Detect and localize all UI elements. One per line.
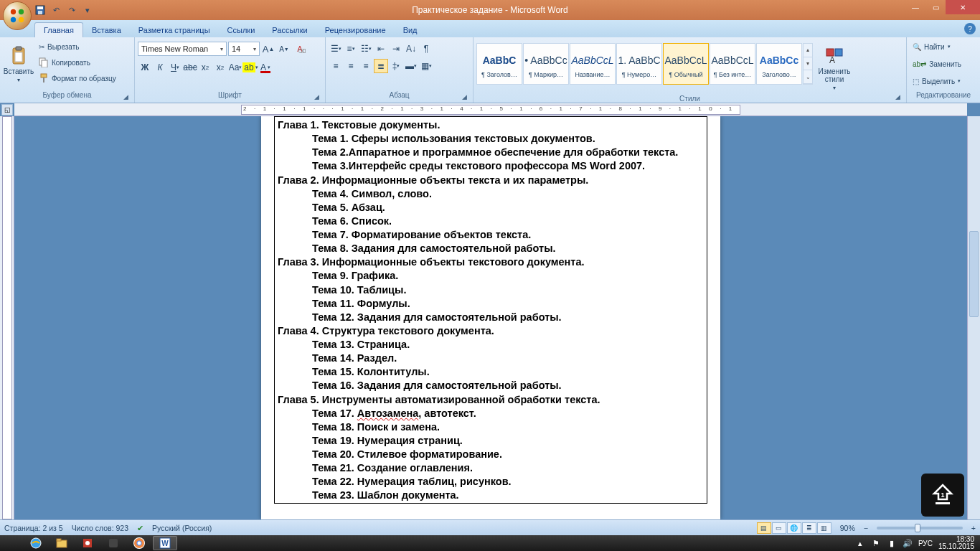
tray-lang[interactable]: РУС [918, 540, 933, 547]
save-icon[interactable] [34, 4, 46, 16]
subscript-button[interactable]: x2 [198, 60, 212, 75]
style-heading1[interactable]: AaBbCcЗаголово… [756, 43, 802, 85]
line-spacing-button[interactable]: ‡▾ [389, 59, 403, 73]
view-web[interactable]: 🌐 [787, 522, 801, 534]
multilevel-button[interactable]: ☷▾ [359, 42, 373, 56]
task-app2-icon[interactable] [101, 536, 126, 550]
style-numbered[interactable]: 1. AaBbC¶ Нумеро… [616, 43, 662, 85]
align-right-button[interactable]: ≡ [359, 59, 373, 73]
paragraph-launcher[interactable]: ◢ [460, 93, 468, 102]
paste-button[interactable]: Вставить ▾ [3, 39, 34, 90]
decrease-indent-button[interactable]: ⇤ [374, 42, 388, 56]
copy-button[interactable]: Копировать [36, 55, 119, 70]
shrink-font-button[interactable]: A▼ [277, 42, 291, 56]
zoom-slider[interactable] [877, 527, 963, 529]
clear-format-button[interactable]: A⌫ [293, 42, 307, 56]
status-page[interactable]: Страница: 2 из 5 [4, 524, 63, 532]
format-painter-button[interactable]: Формат по образцу [36, 70, 119, 86]
zoom-out-button[interactable]: − [864, 524, 868, 532]
status-proof-icon[interactable]: ✔ [137, 524, 143, 532]
help-button[interactable]: ? [964, 23, 976, 34]
font-size-combo[interactable]: 14▾ [228, 42, 260, 56]
font-launcher[interactable]: ◢ [312, 93, 321, 102]
maximize-button[interactable]: ▭ [925, 0, 946, 14]
find-button[interactable]: 🔍Найти▾ [910, 39, 953, 55]
vertical-ruler[interactable] [0, 116, 14, 519]
underline-button[interactable]: Ч▾ [168, 60, 182, 75]
borders-button[interactable]: ▦▾ [419, 59, 433, 73]
task-word-icon[interactable]: W [153, 536, 177, 550]
office-button[interactable] [3, 1, 32, 30]
tab-review[interactable]: Рецензирование [316, 23, 395, 37]
ruler-toggle[interactable]: ◱ [1, 104, 13, 116]
strike-button[interactable]: abc [183, 60, 197, 75]
tray-network-icon[interactable]: ▮ [887, 538, 897, 548]
grow-font-button[interactable]: A▲ [261, 42, 275, 56]
tab-home[interactable]: Главная [34, 22, 83, 37]
tab-mailings[interactable]: Рассылки [263, 23, 316, 37]
task-ie-icon[interactable] [24, 536, 48, 550]
status-words[interactable]: Число слов: 923 [72, 524, 128, 532]
align-left-button[interactable]: ≡ [329, 59, 343, 73]
zoom-in-button[interactable]: + [971, 524, 976, 532]
task-chrome-icon[interactable] [127, 536, 151, 550]
view-draft[interactable]: ▥ [817, 522, 831, 534]
task-app1-icon[interactable] [75, 536, 100, 550]
font-name-combo[interactable]: Times New Roman▾ [138, 42, 227, 56]
vertical-scrollbar[interactable] [967, 116, 980, 519]
scroll-thumb[interactable] [969, 231, 979, 317]
zoom-value[interactable]: 90% [840, 524, 855, 532]
italic-button[interactable]: К [153, 60, 167, 75]
clipboard-launcher[interactable]: ◢ [121, 93, 130, 102]
change-case-button[interactable]: Aa▾ [228, 60, 242, 75]
superscript-button[interactable]: x2 [213, 60, 227, 75]
sort-button[interactable]: A↓ [404, 42, 418, 56]
bullets-button[interactable]: ☰▾ [329, 42, 343, 56]
task-explorer-icon[interactable] [50, 536, 74, 550]
tab-view[interactable]: Вид [395, 23, 426, 37]
view-print-layout[interactable]: ▤ [757, 522, 771, 534]
page[interactable]: Глава 1. Текстовые документы.Тема 1. Сфе… [261, 116, 720, 519]
tab-page-layout[interactable]: Разметка страницы [130, 23, 219, 37]
start-button[interactable] [0, 535, 23, 551]
horizontal-ruler[interactable]: 2·1·1·1···1·1·2·1·3·1·4·1·5·1·6·1·7·1·8·… [14, 103, 967, 116]
style-heading[interactable]: AaBbC¶ Заголов… [476, 43, 522, 85]
view-fullscreen[interactable]: ▭ [772, 522, 786, 534]
style-bullet[interactable]: • AaBbCc¶ Маркир… [523, 43, 569, 85]
change-styles-button[interactable]: A Изменить стили▾ [814, 43, 854, 95]
styles-pager[interactable]: ▴▾⌄ [803, 43, 813, 85]
styles-gallery[interactable]: AaBbC¶ Заголов… • AaBbCc¶ Маркир… AaBbCc… [476, 43, 813, 85]
status-language[interactable]: Русский (Россия) [152, 524, 212, 532]
document-body[interactable]: Глава 1. Текстовые документы.Тема 1. Сфе… [274, 116, 707, 504]
bold-button[interactable]: Ж [138, 60, 152, 75]
view-outline[interactable]: ≣ [802, 522, 816, 534]
overlay-upload-icon[interactable]: 1 [921, 474, 964, 517]
redo-icon[interactable]: ↷ [66, 4, 77, 16]
style-nospacing[interactable]: AaBbCcL¶ Без инте… [710, 43, 755, 85]
undo-icon[interactable]: ↶ [50, 4, 62, 16]
minimize-button[interactable]: — [905, 0, 925, 14]
shading-button[interactable]: ▬▾ [404, 59, 418, 73]
tray-sound-icon[interactable]: 🔊 [903, 538, 913, 548]
align-center-button[interactable]: ≡ [344, 59, 358, 73]
show-marks-button[interactable]: ¶ [419, 42, 433, 56]
increase-indent-button[interactable]: ⇥ [389, 42, 403, 56]
highlight-button[interactable]: ab▾ [243, 60, 258, 75]
tray-clock[interactable]: 18:30 15.10.2015 [938, 536, 974, 550]
cut-button[interactable]: ✂Вырезать [36, 39, 119, 55]
tray-up-icon[interactable]: ▴ [855, 538, 865, 548]
justify-button[interactable]: ≣ [374, 59, 388, 73]
zoom-thumb[interactable] [915, 524, 920, 532]
styles-launcher[interactable]: ◢ [893, 93, 902, 102]
qat-more-icon[interactable]: ▾ [82, 4, 93, 16]
tab-insert[interactable]: Вставка [83, 23, 130, 37]
numbering-button[interactable]: ≡▾ [344, 42, 358, 56]
tab-references[interactable]: Ссылки [219, 23, 264, 37]
close-button[interactable]: ✕ [946, 0, 980, 14]
style-title[interactable]: AaBbCcLНазвание… [570, 43, 616, 85]
tray-shield-icon[interactable]: ⚑ [871, 538, 881, 548]
style-normal[interactable]: AaBbCcL¶ Обычный [663, 43, 709, 85]
font-color-button[interactable]: A▾ [258, 60, 273, 75]
replace-button[interactable]: ab⇄Заменить [910, 56, 964, 72]
select-button[interactable]: ⬚Выделить▾ [910, 73, 963, 89]
